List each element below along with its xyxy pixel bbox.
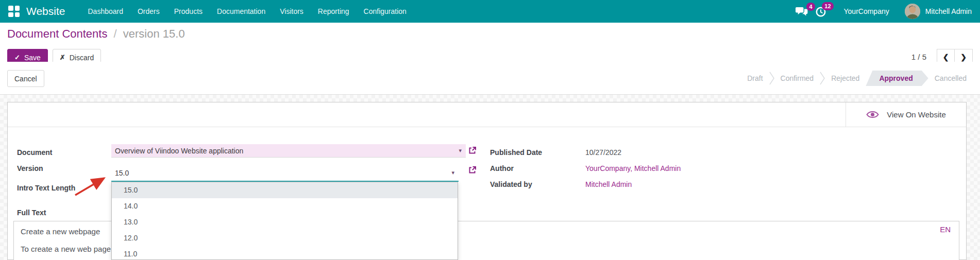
published-date-value[interactable]: 10/27/2022 (585, 148, 621, 157)
version-option-14[interactable]: 14.0 (112, 198, 458, 214)
breadcrumb-current: version 15.0 (123, 27, 185, 40)
version-option-12[interactable]: 12.0 (112, 230, 458, 246)
menu-dashboard[interactable]: Dashboard (80, 0, 130, 23)
stage-separator-icon (820, 72, 825, 85)
breadcrumb: Document Contents / version 15.0 (7, 27, 185, 41)
caret-down-icon: ▾ (457, 147, 466, 154)
author-label: Author (490, 164, 514, 172)
stage-draft[interactable]: Draft (741, 71, 769, 86)
validated-by-value[interactable]: Mitchell Admin (585, 180, 632, 188)
avatar-photo (905, 4, 920, 19)
messages-icon[interactable]: 4 (795, 4, 814, 19)
cancel-label: Cancel (14, 75, 37, 83)
version-label: Version (17, 164, 43, 172)
menu-configuration[interactable]: Configuration (357, 0, 414, 23)
statusbar-row: Cancel Draft Confirmed Rejected Approved… (0, 62, 980, 95)
navbar-right: 4 12 YourCompany Mitchell Admin (795, 4, 972, 20)
breadcrumb-separator: / (114, 27, 117, 40)
full-text-label: Full Text (17, 209, 46, 217)
intro-text-length-label: Intro Text Length (17, 184, 75, 192)
apps-menu-icon[interactable] (8, 6, 20, 17)
control-panel: Document Contents / version 15.0 ✓ Save … (0, 23, 980, 62)
document-external-link-icon[interactable] (468, 146, 477, 155)
published-date-label: Published Date (490, 148, 542, 157)
company-switcher[interactable]: YourCompany (844, 7, 889, 15)
stage-approved-active[interactable]: Approved (866, 71, 928, 86)
document-value: Overview of Viindoo Website application (111, 147, 457, 155)
document-field[interactable]: Overview of Viindoo Website application … (111, 144, 466, 158)
activities-icon[interactable]: 12 (814, 4, 833, 20)
eye-icon (866, 110, 879, 119)
avatar[interactable] (905, 4, 920, 19)
cancel-button[interactable]: Cancel (7, 70, 44, 87)
activities-badge: 12 (822, 2, 833, 10)
statusbar: Draft Confirmed Rejected Approved Cancel… (741, 71, 973, 86)
author-value[interactable]: YourCompany, Mitchell Admin (585, 164, 681, 172)
version-external-link-icon[interactable] (468, 166, 477, 175)
user-menu[interactable]: Mitchell Admin (925, 7, 972, 15)
navbar: Website Dashboard Orders Products Docume… (0, 0, 980, 23)
chevron-right-icon: ❯ (960, 53, 967, 61)
pager-count: 1 / 5 (911, 53, 926, 61)
breadcrumb-root[interactable]: Document Contents (7, 27, 107, 40)
menu-products[interactable]: Products (167, 0, 210, 23)
document-label: Document (17, 148, 52, 157)
menu-reporting[interactable]: Reporting (311, 0, 357, 23)
version-option-13[interactable]: 13.0 (112, 214, 458, 230)
app-brand[interactable]: Website (26, 5, 65, 18)
validated-by-label: Validated by (490, 180, 532, 188)
view-on-website-label: View On Website (887, 110, 946, 119)
stage-separator-icon (769, 72, 774, 85)
check-icon: ✓ (14, 54, 20, 61)
chat-bubbles-icon (796, 7, 808, 16)
menu-documentation[interactable]: Documentation (210, 0, 273, 23)
version-dropdown: 15.0 14.0 13.0 12.0 11.0 (111, 182, 458, 260)
page: Website Dashboard Orders Products Docume… (0, 0, 980, 260)
discard-label: Discard (70, 54, 94, 62)
version-value: 15.0 (111, 169, 449, 181)
full-text-line: To create a new web page (21, 245, 111, 253)
language-badge[interactable]: EN (940, 225, 951, 234)
menu-visitors[interactable]: Visitors (273, 0, 311, 23)
view-on-website-button[interactable]: View On Website (846, 102, 966, 127)
full-text-line: Create a new webpage (21, 227, 100, 236)
stage-cancelled[interactable]: Cancelled (928, 71, 973, 86)
chevron-left-icon: ❮ (943, 53, 949, 61)
version-option-11[interactable]: 11.0 (112, 246, 458, 260)
save-label: Save (24, 54, 41, 62)
version-option-15[interactable]: 15.0 (112, 182, 458, 198)
button-box: View On Website (8, 102, 966, 127)
version-field[interactable]: 15.0 ▾ (111, 163, 459, 182)
stage-rejected[interactable]: Rejected (825, 71, 866, 86)
cross-icon: ✗ (60, 54, 65, 61)
menu-orders[interactable]: Orders (130, 0, 167, 23)
main-menu: Dashboard Orders Products Documentation … (80, 0, 413, 23)
stage-confirmed[interactable]: Confirmed (774, 71, 820, 86)
caret-down-icon: ▾ (449, 169, 459, 181)
